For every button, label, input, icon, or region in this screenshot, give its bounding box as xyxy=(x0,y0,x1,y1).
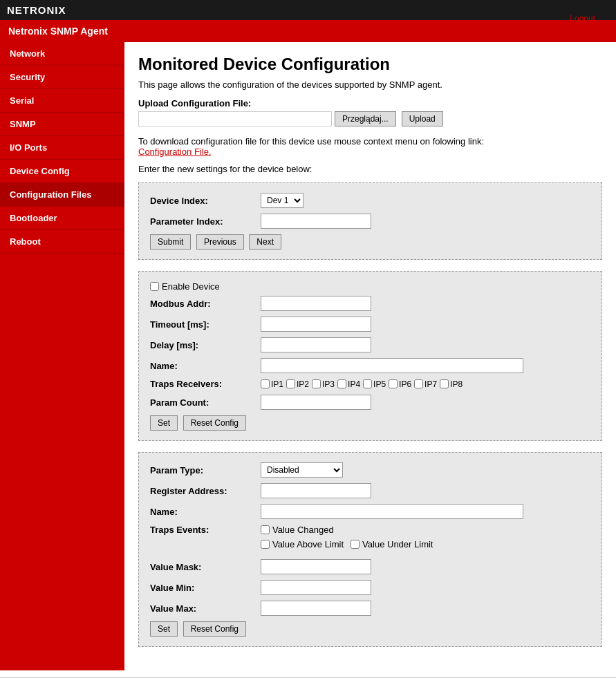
trap-ip7-label: IP7 xyxy=(424,379,437,389)
enable-device-checkbox[interactable] xyxy=(150,282,159,291)
sidebar-item-security[interactable]: Security xyxy=(0,66,124,89)
upload-button[interactable]: Upload xyxy=(402,111,443,126)
trap-ip6-label: IP6 xyxy=(399,379,411,389)
trap-ip6-checkbox[interactable] xyxy=(389,379,398,388)
name-input-s3[interactable] xyxy=(261,504,523,519)
value-above-checkbox[interactable] xyxy=(261,540,270,549)
reset-config-button-s2[interactable]: Reset Config xyxy=(183,415,246,431)
value-mask-label: Value Mask: xyxy=(150,562,261,572)
traps-receivers-label: Traps Receivers: xyxy=(150,379,261,389)
timeout-input[interactable]: 300 xyxy=(261,317,371,332)
reset-config-button-s3[interactable]: Reset Config xyxy=(183,621,246,637)
enable-device-label: Enable Device xyxy=(162,281,220,292)
set-button-s2[interactable]: Set xyxy=(150,415,178,431)
value-changed-label: Value Changed xyxy=(272,525,334,535)
config-link-section: To download configuration file for this … xyxy=(138,136,602,157)
trap-ip2-checkbox[interactable] xyxy=(286,379,295,388)
trap-ip2-label: IP2 xyxy=(297,379,309,389)
set-button-s3[interactable]: Set xyxy=(150,621,178,637)
device-index-select[interactable]: Dev 1 Dev 2 Dev 3 xyxy=(261,193,304,208)
name-label-s2: Name: xyxy=(150,361,261,371)
sidebar-item-reboot[interactable]: Reboot xyxy=(0,230,124,254)
upload-label: Upload Configuration File: xyxy=(138,98,602,109)
param-count-label: Param Count: xyxy=(150,397,261,408)
trap-ip3-checkbox[interactable] xyxy=(312,379,321,388)
trap-ip8-checkbox[interactable] xyxy=(440,379,449,388)
trap-ip1-checkbox[interactable] xyxy=(261,379,270,388)
page-description: This page allows the configuration of th… xyxy=(138,79,602,90)
timeout-label: Timeout [ms]: xyxy=(150,319,261,330)
next-button[interactable]: Next xyxy=(249,234,281,250)
sidebar: Network Security Serial SNMP I/O Ports D… xyxy=(0,42,124,670)
browse-button[interactable]: Przeglądaj... xyxy=(335,111,396,126)
trap-ip5-checkbox[interactable] xyxy=(363,379,372,388)
modbus-addr-input[interactable]: 0 xyxy=(261,296,371,311)
value-changed-checkbox[interactable] xyxy=(261,525,270,534)
footer: Copyright © 2012 Netronix xyxy=(0,677,616,687)
enable-device-row: Enable Device xyxy=(150,281,590,292)
value-max-input[interactable]: 0 xyxy=(261,601,371,616)
delay-input[interactable]: 20 xyxy=(261,337,371,352)
upload-section: Upload Configuration File: Przeglądaj...… xyxy=(138,98,602,126)
value-under-label: Value Under Limit xyxy=(362,539,433,549)
config-link-text: To download configuration file for this … xyxy=(138,136,484,147)
trap-ip7-checkbox[interactable] xyxy=(414,379,423,388)
logo: NETRONIX xyxy=(7,4,66,16)
value-min-input[interactable]: 0 xyxy=(261,580,371,595)
submit-button[interactable]: Submit xyxy=(150,234,191,250)
upload-file-input[interactable] xyxy=(138,111,332,126)
device-index-label: Device Index: xyxy=(150,196,261,206)
register-address-label: Register Address: xyxy=(150,486,261,496)
param-type-select[interactable]: Disabled Coil Input Holding Register Inp… xyxy=(261,462,343,478)
value-mask-input[interactable]: h00000000 xyxy=(261,559,371,574)
sidebar-item-io-ports[interactable]: I/O Ports xyxy=(0,136,124,160)
traps-events-label: Traps Events: xyxy=(150,525,261,535)
sidebar-item-device-config[interactable]: Device Config xyxy=(0,160,124,183)
trap-ip5-label: IP5 xyxy=(373,379,386,389)
sidebar-item-bootloader[interactable]: Bootloader xyxy=(0,207,124,230)
sidebar-item-network[interactable]: Network xyxy=(0,42,124,66)
name-input-s2[interactable] xyxy=(261,358,523,373)
name-label-s3: Name: xyxy=(150,507,261,517)
param-type-section: Param Type: Disabled Coil Input Holding … xyxy=(138,452,602,647)
header-bar: NETRONIX xyxy=(0,0,616,20)
device-config-section: Enable Device Modbus Addr: 0 Timeout [ms… xyxy=(138,271,602,441)
sidebar-item-configuration-files[interactable]: Configuration Files xyxy=(0,183,124,207)
value-min-label: Value Min: xyxy=(150,583,261,593)
logout-link[interactable]: Logout xyxy=(570,14,595,23)
previous-button[interactable]: Previous xyxy=(196,234,244,250)
main-content: Monitored Device Configuration This page… xyxy=(124,42,616,670)
param-type-label: Param Type: xyxy=(150,465,261,476)
sidebar-item-snmp[interactable]: SNMP xyxy=(0,113,124,136)
delay-label: Delay [ms]: xyxy=(150,340,261,350)
trap-ip3-label: IP3 xyxy=(322,379,335,389)
trap-ip4-checkbox[interactable] xyxy=(337,379,346,388)
trap-ip1-label: IP1 xyxy=(271,379,283,389)
traps-receivers-row: IP1 IP2 IP3 IP4 IP5 IP6 IP7 IP8 xyxy=(261,379,464,389)
parameter-index-input[interactable]: 0 xyxy=(261,214,371,229)
register-address-input[interactable]: 0 xyxy=(261,483,371,498)
enter-settings-text: Enter the new settings for the device be… xyxy=(138,164,602,174)
parameter-index-label: Parameter Index: xyxy=(150,216,261,227)
param-count-input[interactable]: 0 xyxy=(261,395,371,410)
modbus-addr-label: Modbus Addr: xyxy=(150,299,261,309)
sidebar-item-serial[interactable]: Serial xyxy=(0,89,124,113)
page-title: Monitored Device Configuration xyxy=(138,55,602,74)
value-under-checkbox[interactable] xyxy=(351,540,360,549)
value-max-label: Value Max: xyxy=(150,603,261,614)
app-name: Netronix SNMP Agent xyxy=(8,26,108,37)
configuration-file-link[interactable]: Configuration File. xyxy=(138,147,212,157)
value-above-label: Value Above Limit xyxy=(272,539,344,549)
trap-ip8-label: IP8 xyxy=(450,379,463,389)
device-parameter-section: Device Index: Dev 1 Dev 2 Dev 3 Paramete… xyxy=(138,182,602,260)
topbar: Netronix SNMP Agent xyxy=(0,20,616,42)
trap-ip4-label: IP4 xyxy=(348,379,360,389)
